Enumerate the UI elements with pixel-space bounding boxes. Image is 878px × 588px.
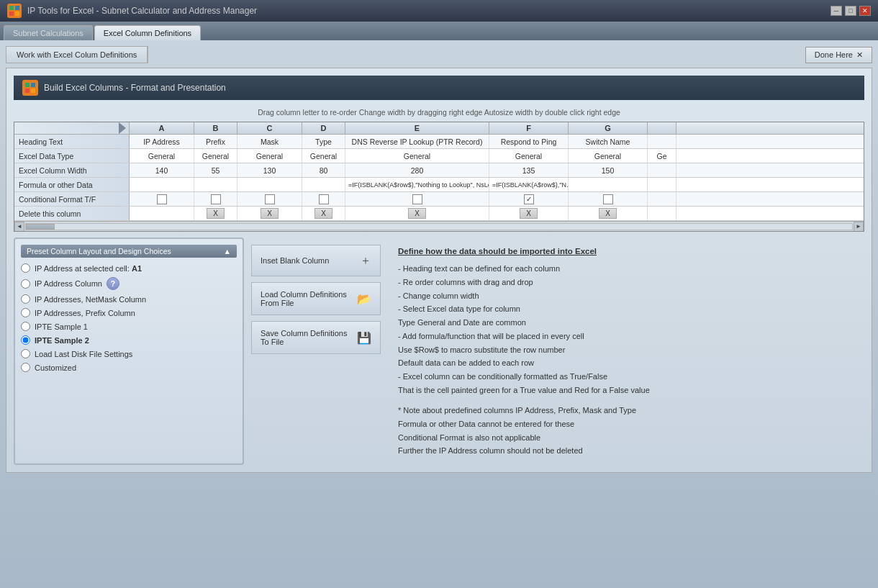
minimize-button[interactable]: ─: [831, 6, 842, 16]
cell-cond-E: [345, 192, 489, 206]
preset-panel: Preset Column Layout and Design Choices …: [14, 238, 244, 465]
main-area: Work with Excel Colum Definitions Done H…: [0, 40, 878, 588]
radio-input-5[interactable]: [21, 322, 30, 331]
cell-heading-G[interactable]: Switch Name: [569, 135, 648, 148]
cell-width-D[interactable]: 80: [302, 163, 345, 177]
cell-width-G[interactable]: 150: [569, 163, 648, 177]
delete-btn-F[interactable]: X: [520, 208, 538, 219]
scroll-thumb[interactable]: [26, 224, 55, 230]
info-panel: Define how the data should be imported i…: [388, 238, 864, 465]
checkbox-cond-G[interactable]: [603, 194, 613, 204]
cell-delete-more: [648, 207, 676, 220]
info-text: - Heading text can be defined for each c…: [398, 262, 854, 397]
radio-input-4[interactable]: [21, 308, 30, 317]
delete-btn-C[interactable]: X: [261, 208, 279, 219]
col-header-B[interactable]: B: [194, 122, 237, 134]
checkbox-cond-B[interactable]: [211, 194, 221, 204]
checkbox-cond-E[interactable]: [412, 194, 422, 204]
cell-width-E[interactable]: 280: [345, 163, 489, 177]
checkbox-cond-A[interactable]: [157, 194, 167, 204]
cell-dtype-E[interactable]: General: [345, 149, 489, 163]
cell-formula-D[interactable]: [302, 178, 345, 191]
cell-width-B[interactable]: 55: [194, 163, 237, 177]
cell-width-F[interactable]: 135: [489, 163, 569, 177]
cell-width-A[interactable]: 140: [130, 163, 194, 177]
sub-tab-work-with-excel[interactable]: Work with Excel Colum Definitions: [6, 47, 148, 63]
radio-ip-address-col[interactable]: IP Address Column ?: [21, 277, 237, 290]
save-column-definitions-button[interactable]: Save Column Definitions To File 💾: [251, 321, 381, 354]
close-button[interactable]: ✕: [859, 6, 871, 16]
delete-btn-E[interactable]: X: [408, 208, 426, 219]
radio-input-1[interactable]: [21, 263, 30, 273]
radio-input-3[interactable]: [21, 294, 30, 304]
cell-width-C[interactable]: 130: [237, 163, 302, 177]
delete-btn-D[interactable]: X: [314, 208, 332, 219]
done-here-button[interactable]: Done Here ✕: [805, 47, 872, 63]
app-icon: [7, 4, 22, 18]
sort-indicator: [119, 122, 126, 134]
cell-heading-E[interactable]: DNS Reverse IP Lookup (PTR Record): [345, 135, 489, 148]
radio-load-last[interactable]: Load Last Disk File Settings: [21, 349, 237, 358]
cell-heading-A[interactable]: IP Address: [130, 135, 194, 148]
cell-heading-B[interactable]: Prefix: [194, 135, 237, 148]
tab-subnet-calculations[interactable]: Subnet Calculations: [4, 25, 93, 40]
svg-rect-2: [9, 12, 14, 16]
checkbox-cond-D[interactable]: [319, 194, 329, 204]
cell-width-more: [648, 163, 676, 177]
svg-rect-7: [31, 89, 35, 93]
help-icon[interactable]: ?: [107, 277, 119, 290]
info-line-0: - Heading text can be defined for each c…: [398, 262, 854, 276]
radio-ip-prefix[interactable]: IP Addresses, Prefix Column: [21, 308, 237, 317]
cell-formula-C[interactable]: [237, 178, 302, 191]
maximize-button[interactable]: □: [845, 6, 856, 16]
checkbox-cond-F[interactable]: [524, 194, 534, 204]
svg-rect-6: [25, 89, 30, 93]
checkbox-cond-C[interactable]: [265, 194, 275, 204]
scroll-left-arrow[interactable]: ◄: [14, 222, 24, 232]
col-header-D[interactable]: D: [302, 122, 345, 134]
radio-input-6[interactable]: [21, 335, 30, 345]
radio-ip-address-cell[interactable]: IP Address at selected cell: A1: [21, 263, 237, 273]
col-header-G[interactable]: G: [569, 122, 648, 134]
cell-dtype-C[interactable]: General: [237, 149, 302, 163]
cell-formula-F[interactable]: =IF(ISBLANK(A$row$),"N…: [489, 178, 569, 191]
tab-excel-column-definitions[interactable]: Excel Column Definitions: [94, 25, 201, 40]
close-icon: ✕: [856, 50, 863, 60]
insert-blank-column-button[interactable]: Inset Blank Column ＋: [251, 245, 381, 276]
col-header-C[interactable]: C: [237, 122, 302, 134]
load-column-definitions-button[interactable]: Load Column Definitions From File 📂: [251, 282, 381, 315]
radio-input-7[interactable]: [21, 349, 30, 358]
cell-formula-A[interactable]: [130, 178, 194, 191]
cell-cond-F: [489, 192, 569, 206]
cell-dtype-F[interactable]: General: [489, 149, 569, 163]
horizontal-scrollbar[interactable]: ◄ ►: [14, 221, 864, 231]
delete-btn-G[interactable]: X: [599, 208, 617, 219]
cell-heading-F[interactable]: Respond to Ping: [489, 135, 569, 148]
col-header-F[interactable]: F: [489, 122, 569, 134]
cell-dtype-G[interactable]: General: [569, 149, 648, 163]
cell-dtype-D[interactable]: General: [302, 149, 345, 163]
cell-formula-B[interactable]: [194, 178, 237, 191]
col-header-E[interactable]: E: [345, 122, 489, 134]
radio-ipte-sample2[interactable]: IPTE Sample 2: [21, 335, 237, 345]
cell-dtype-B[interactable]: General: [194, 149, 237, 163]
cell-heading-C[interactable]: Mask: [237, 135, 302, 148]
col-header-A[interactable]: A: [130, 122, 194, 134]
radio-input-8[interactable]: [21, 363, 30, 372]
radio-ipte-sample1[interactable]: IPTE Sample 1: [21, 322, 237, 331]
radio-customized[interactable]: Customized: [21, 363, 237, 372]
cell-dtype-A[interactable]: General: [130, 149, 194, 163]
collapse-icon: ▲: [224, 247, 231, 255]
cell-formula-E[interactable]: =IF(ISBLANK(A$row$),"Nothing to Lookup",…: [345, 178, 489, 191]
window-controls: ─ □ ✕: [831, 6, 871, 16]
radio-ip-netmask[interactable]: IP Addresses, NetMask Column: [21, 294, 237, 304]
cell-delete-C: X: [237, 207, 302, 220]
cell-formula-more: [648, 178, 676, 191]
cell-formula-G[interactable]: [569, 178, 648, 191]
cell-heading-D[interactable]: Type: [302, 135, 345, 148]
scroll-track[interactable]: [25, 223, 853, 230]
delete-btn-B[interactable]: X: [207, 208, 225, 219]
radio-input-2[interactable]: [21, 279, 30, 289]
info-line-2: - Change column width: [398, 289, 854, 303]
scroll-right-arrow[interactable]: ►: [854, 222, 864, 232]
